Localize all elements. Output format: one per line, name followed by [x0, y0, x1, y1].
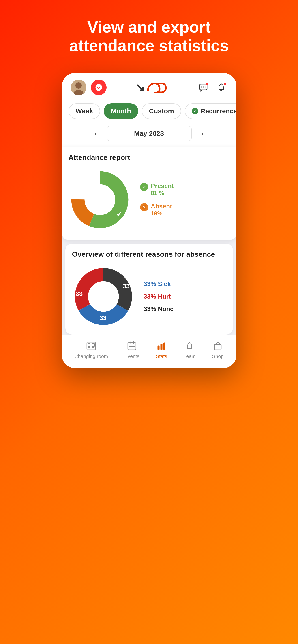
events-icon [126, 340, 138, 352]
present-donut-marker: ✓ [116, 210, 122, 218]
nav-events[interactable]: Events [124, 340, 139, 359]
svg-rect-33 [161, 344, 162, 350]
top-icons [197, 81, 227, 94]
nav-team[interactable]: Team [184, 340, 196, 359]
present-legend-item: Present 81 % [140, 182, 174, 196]
current-date-display[interactable]: May 2023 [107, 126, 192, 141]
tab-recurrence[interactable]: ✓ Recurrence [185, 103, 236, 119]
attendance-card: Attendance report [62, 147, 236, 240]
bottom-navigation: Changing room Even [62, 334, 236, 368]
chat-icon-btn[interactable] [197, 81, 210, 94]
svg-rect-22 [92, 344, 95, 346]
sick-donut-label: 33 [123, 283, 130, 290]
next-date-button[interactable]: › [196, 127, 209, 140]
shop-icon [212, 340, 224, 352]
none-legend-item: 33% None [144, 306, 174, 312]
svg-rect-34 [163, 342, 165, 350]
team-icon [184, 340, 195, 352]
changing-room-label: Changing room [74, 354, 108, 359]
recurrence-check-icon: ✓ [192, 108, 198, 114]
date-navigation: ‹ May 2023 › [62, 124, 236, 147]
stats-icon [156, 340, 167, 352]
absent-legend-item: Absent 19% [140, 203, 174, 217]
sick-legend-item: 33% Sick [144, 280, 174, 288]
page-container: View and export attendance statistics [0, 0, 298, 644]
absence-card: Overview of different reasons for absenc… [65, 244, 233, 334]
events-label: Events [124, 354, 139, 359]
top-bar: ↘ [62, 73, 236, 100]
absence-legend: 33% Sick 33% Hurt 33% None [144, 280, 174, 312]
attendance-donut: ✕ ✓ [69, 168, 131, 231]
present-legend-text: Present 81 % [151, 182, 174, 196]
hurt-legend-item: 33% Hurt [144, 293, 174, 300]
team-label: Team [184, 354, 196, 359]
present-label: Present [151, 182, 174, 190]
svg-point-18 [88, 281, 118, 311]
nav-stats[interactable]: Stats [156, 340, 167, 359]
hero-line1: View and export [87, 18, 211, 36]
svg-point-1 [76, 82, 82, 88]
chat-notification-dot [205, 82, 209, 85]
svg-point-11 [85, 184, 115, 214]
phone-inner: ↘ [62, 73, 236, 368]
absence-chart-row: 33 33 33 33% Sick 33% Hurt 33% None [72, 265, 226, 328]
absent-legend-text: Absent 19% [151, 203, 172, 217]
prev-date-button[interactable]: ‹ [90, 127, 102, 140]
hero-title: View and export attendance statistics [69, 18, 229, 55]
svg-rect-31 [133, 346, 135, 348]
nav-changing-room[interactable]: Changing room [74, 340, 108, 359]
user-avatar[interactable] [71, 80, 86, 95]
attendance-legend: Present 81 % [140, 182, 174, 217]
tab-month[interactable]: Month [104, 103, 138, 119]
present-icon [140, 183, 148, 191]
absent-icon [140, 203, 148, 211]
stats-label: Stats [156, 354, 167, 359]
svg-rect-35 [214, 344, 221, 350]
svg-rect-29 [129, 346, 131, 348]
svg-point-4 [201, 86, 202, 88]
svg-point-12 [142, 185, 146, 189]
absent-value: 19% [151, 210, 172, 217]
tab-custom[interactable]: Custom [142, 103, 181, 119]
svg-point-6 [204, 86, 205, 88]
phone-shell: ↘ [62, 73, 236, 368]
bell-notification-dot [223, 82, 227, 85]
badge-icon [91, 80, 107, 95]
absent-label: Absent [151, 203, 172, 210]
nav-shop[interactable]: Shop [212, 340, 224, 359]
present-value: 81 % [151, 190, 174, 196]
tab-week[interactable]: Week [69, 103, 100, 119]
hero-line2: attendance statistics [69, 37, 229, 54]
period-tab-row: Week Month Custom ✓ Recurrence [62, 100, 236, 124]
bell-icon-btn[interactable] [215, 81, 227, 94]
shop-label: Shop [212, 354, 223, 359]
absence-donut: 33 33 33 [72, 265, 135, 328]
attendance-card-title: Attendance report [69, 154, 230, 162]
none-donut-label: 33 [76, 290, 83, 298]
svg-rect-32 [158, 346, 159, 350]
absent-donut-marker: ✕ [77, 186, 83, 194]
changing-room-icon [85, 340, 97, 352]
svg-rect-21 [88, 344, 90, 346]
hurt-donut-label: 33 [100, 314, 107, 322]
svg-rect-30 [131, 346, 133, 348]
absence-card-title: Overview of different reasons for absenc… [72, 250, 226, 258]
svg-point-5 [203, 86, 204, 88]
attendance-chart-row: ✕ ✓ [69, 168, 230, 231]
app-logo: ↘ [111, 81, 193, 94]
